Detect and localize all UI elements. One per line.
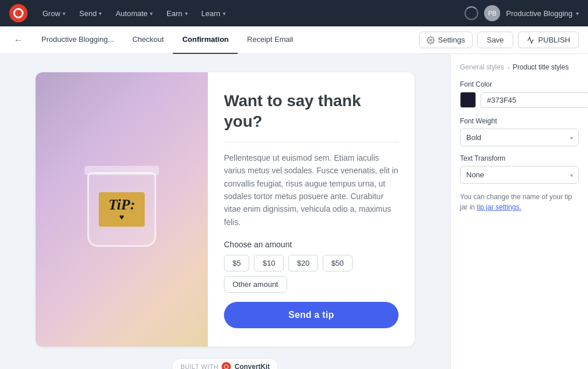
chevron-down-icon: ▾ [223, 10, 226, 17]
nav-item-grow[interactable]: Grow ▾ [37, 6, 71, 21]
tip-jar-settings-link[interactable]: tip jar settings. [477, 203, 521, 211]
tip-description: Pellentesque ut euismod sem. Etiam iacul… [224, 152, 399, 228]
settings-button[interactable]: Settings [419, 32, 473, 48]
svg-point-0 [430, 39, 432, 41]
breadcrumb: General styles › Product title styles [460, 63, 579, 71]
amount-20[interactable]: $20 [288, 255, 318, 271]
chevron-down-icon: ▾ [576, 10, 579, 17]
nav-item-send[interactable]: Send ▾ [74, 6, 107, 21]
amount-buttons: $5 $10 $20 $50 Other amount [224, 255, 399, 293]
publish-icon [527, 36, 535, 44]
color-swatch[interactable] [460, 92, 476, 108]
tab-productive-blogging[interactable]: Productive Blogging... [32, 26, 123, 54]
ck-logo-inner [224, 364, 229, 369]
breadcrumb-chevron-icon: › [508, 64, 509, 71]
nav-right: PB Productive Blogging ▾ [465, 5, 579, 21]
amount-5[interactable]: $5 [224, 255, 249, 271]
top-nav: Grow ▾ Send ▾ Automate ▾ Earn ▾ Learn ▾ … [0, 0, 588, 26]
text-transform-label: Text Transform [460, 154, 579, 162]
settings-icon [427, 36, 435, 44]
font-weight-label: Font Weight [460, 117, 579, 125]
built-with-badge: BUILT WITH ConvertKit [172, 358, 278, 369]
logo-icon [13, 8, 24, 18]
font-weight-select[interactable]: Bold Normal Light [460, 129, 579, 146]
nav-item-automate[interactable]: Automate ▾ [110, 6, 158, 21]
chevron-down-icon: ▾ [185, 10, 188, 17]
back-button[interactable]: ← [9, 33, 28, 48]
logo[interactable] [9, 4, 28, 22]
amount-10[interactable]: $10 [254, 255, 284, 271]
jar-heart: ♥ [119, 212, 124, 222]
jar-body: TiP: ♥ [87, 172, 156, 247]
content-area: TiP: ♥ Want to say thank you? Pellentesq… [0, 54, 450, 369]
jar-label-text: TiP: [109, 197, 136, 212]
font-color-label: Font Color [460, 80, 579, 88]
right-panel: General styles › Product title styles Fo… [450, 54, 588, 369]
jar-label: TiP: ♥ [99, 192, 145, 227]
panel-note: You can change the name of your tip jar … [460, 192, 579, 212]
tip-card: TiP: ♥ Want to say thank you? Pellentesq… [36, 72, 415, 347]
convertkit-logo-icon [222, 362, 231, 369]
tip-title: Want to say thank you? [224, 91, 399, 133]
text-transform-select-wrapper: None Uppercase Lowercase Capitalize ▾ [460, 166, 579, 184]
main-layout: TiP: ♥ Want to say thank you? Pellentesq… [0, 54, 588, 369]
publish-button[interactable]: PUBLISH [518, 32, 579, 48]
jar-lid [84, 166, 159, 175]
font-weight-select-wrapper: Bold Normal Light ▾ [460, 129, 579, 146]
tip-jar-visual: TiP: ♥ [87, 172, 156, 247]
tab-receipt-email[interactable]: Receipt Email [238, 26, 302, 54]
tab-checkout[interactable]: Checkout [123, 26, 173, 54]
tip-divider [224, 142, 399, 142]
second-nav: ← Productive Blogging... Checkout Confir… [0, 26, 588, 54]
amount-other[interactable]: Other amount [224, 276, 287, 293]
loading-spinner [465, 6, 478, 20]
tip-image: TiP: ♥ [36, 72, 208, 347]
chevron-down-icon: ▾ [150, 10, 153, 17]
tab-confirmation[interactable]: Confirmation [173, 26, 238, 54]
user-menu[interactable]: Productive Blogging ▾ [506, 9, 579, 18]
avatar: PB [484, 5, 500, 21]
text-transform-select[interactable]: None Uppercase Lowercase Capitalize [460, 166, 579, 184]
nav-item-earn[interactable]: Earn ▾ [161, 6, 193, 21]
chevron-down-icon: ▾ [99, 10, 102, 17]
color-row [460, 92, 579, 108]
chevron-down-icon: ▾ [63, 10, 65, 17]
color-value-input[interactable] [481, 92, 588, 108]
nav-item-learn[interactable]: Learn ▾ [196, 6, 231, 21]
save-button[interactable]: Save [477, 32, 514, 48]
amount-50[interactable]: $50 [323, 255, 353, 271]
send-tip-button[interactable]: Send a tip [224, 302, 399, 328]
second-nav-right: Settings Save PUBLISH [419, 32, 579, 48]
tip-content: Want to say thank you? Pellentesque ut e… [208, 72, 415, 347]
choose-amount-label: Choose an amount [224, 240, 399, 249]
